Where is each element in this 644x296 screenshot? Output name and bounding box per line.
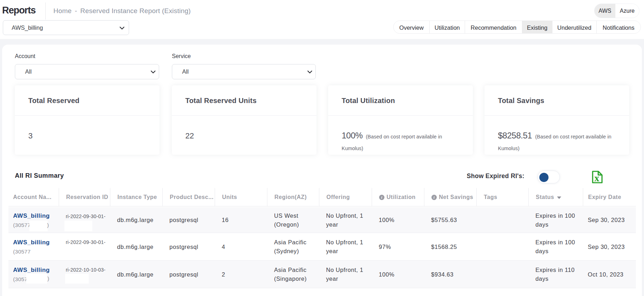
svg-text:x: x (594, 172, 599, 183)
